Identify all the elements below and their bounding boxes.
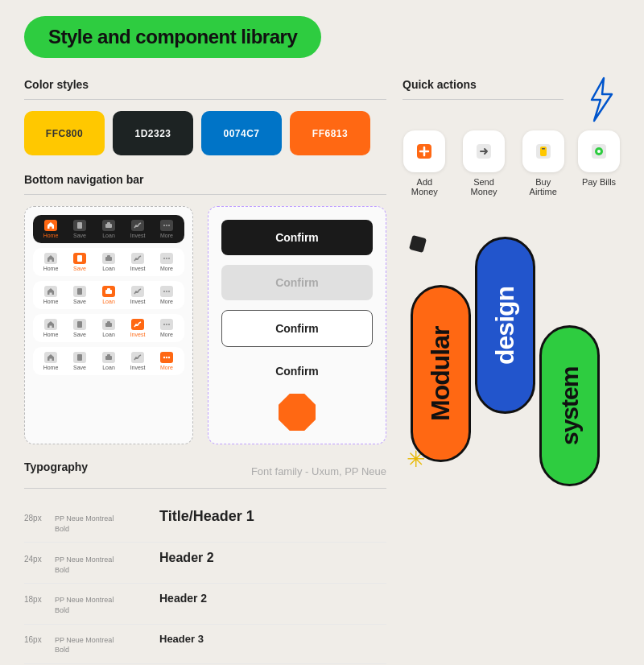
qa-send-money[interactable]: Send Money: [460, 130, 509, 196]
swatch-1d2323: 1D2323: [113, 111, 193, 155]
nav-home-2: Home: [36, 253, 65, 271]
type-row-2: 18px PP Neue Montreal Bold Header 2: [24, 584, 386, 624]
svg-rect-36: [542, 148, 545, 150]
more-icon-3: [160, 286, 173, 297]
font-family-label: Font family - Uxum, PP Neue: [251, 465, 386, 477]
invest-icon-5: [131, 352, 144, 363]
qa-pay-bills-label: Pay Bills: [582, 177, 616, 187]
nav-loan-4: Loan: [94, 319, 123, 337]
svg-rect-20: [107, 321, 110, 324]
type-sample-0: Title/Header 1: [159, 508, 386, 525]
word-pill-design: design: [475, 237, 535, 414]
nav-row-5: Home Save Loan: [33, 347, 184, 375]
svg-point-16: [166, 291, 167, 292]
deco-square: [409, 235, 427, 253]
typography-divider: [24, 488, 386, 489]
qa-send-money-label: Send Money: [460, 177, 509, 196]
quick-actions-section: Quick actions: [402, 78, 620, 196]
color-divider: [24, 99, 386, 100]
svg-point-21: [163, 324, 165, 325]
save-icon-1: [73, 220, 86, 231]
svg-point-23: [168, 324, 170, 325]
svg-rect-35: [540, 147, 547, 156]
nav-save-3: Save: [65, 286, 94, 304]
nav-more-1: More: [152, 220, 181, 238]
nav-loan-3: Loan: [94, 286, 123, 304]
send-money-icon-box: [463, 130, 505, 172]
nav-more-3: More: [152, 286, 181, 304]
quick-action-items: Add Money Send Money: [402, 130, 620, 196]
page-container: Style and component library Color styles…: [0, 0, 644, 665]
type-row-3: 16px PP Neue Montreal Bold Header 3: [24, 625, 386, 664]
nav-loan-1: Loan: [94, 220, 123, 238]
nav-loan-2: Loan: [94, 253, 123, 271]
more-icon-2: [160, 253, 173, 264]
invest-icon-1: [131, 220, 144, 231]
confirm-outline-button[interactable]: Confirm: [221, 310, 373, 347]
svg-rect-18: [77, 321, 82, 328]
nav-row-1: Home Save Loan: [33, 215, 184, 243]
type-meta-2: PP Neue Montreal Bold: [55, 595, 151, 615]
nav-row-3: Home Save Loan: [33, 281, 184, 309]
nav-save-1: Save: [65, 220, 94, 238]
type-meta-1: PP Neue Montreal Bold: [55, 555, 151, 575]
word-pill-modular: Modular: [411, 285, 471, 462]
bottom-nav-title: Bottom navigation bar: [24, 173, 386, 186]
qa-buy-airtime[interactable]: Buy Airtime: [521, 130, 565, 196]
nav-save-5: Save: [65, 352, 94, 370]
qa-pay-bills[interactable]: Pay Bills: [578, 130, 620, 196]
type-sample-2: Header 2: [159, 592, 386, 605]
invest-icon-3: [131, 286, 144, 297]
svg-rect-24: [77, 354, 82, 361]
buy-airtime-icon: [534, 142, 553, 161]
word-pill-system: system: [539, 325, 600, 486]
more-icon-1: [160, 220, 173, 231]
two-col-layout: Home Save Loan: [24, 206, 386, 444]
svg-point-3: [163, 225, 165, 226]
svg-rect-14: [107, 288, 110, 291]
svg-point-15: [163, 291, 165, 292]
add-money-icon-box: [403, 130, 445, 172]
nav-invest-4: Invest: [123, 319, 152, 337]
svg-point-28: [166, 357, 167, 358]
quick-actions-title: Quick actions: [402, 78, 564, 91]
type-sample-3: Header 3: [159, 633, 386, 645]
nav-row-2: Home Save Loan: [33, 248, 184, 276]
qa-add-money[interactable]: Add Money: [402, 130, 447, 196]
confirm-text-button[interactable]: Confirm: [221, 357, 373, 386]
svg-point-4: [166, 225, 167, 226]
confirm-black-button[interactable]: Confirm: [221, 220, 373, 255]
nav-home-1: Home: [36, 220, 65, 238]
swatch-ffc800: FFC800: [24, 111, 105, 155]
type-sample-1: Header 2: [159, 551, 386, 565]
svg-point-27: [163, 357, 165, 358]
type-size-2: 18px: [24, 595, 47, 604]
color-swatches: FFC800 1D2323 0074C7 FF6813: [24, 111, 386, 155]
right-panel: Quick actions: [402, 78, 620, 665]
left-panel: Color styles FFC800 1D2323 0074C7 FF6813: [24, 78, 386, 665]
typography-title: Typography: [24, 461, 88, 473]
svg-point-17: [168, 291, 170, 292]
nav-home-4: Home: [36, 319, 65, 337]
svg-point-5: [168, 225, 170, 226]
svg-point-9: [163, 258, 165, 259]
swatch-ff6813: FF6813: [290, 111, 370, 155]
buy-airtime-icon-box: [522, 130, 564, 172]
nav-home-3: Home: [36, 286, 65, 304]
swatch-0074c7: 0074C7: [201, 111, 282, 155]
loan-icon-2: [102, 253, 115, 264]
confirm-gray-button[interactable]: Confirm: [221, 265, 373, 300]
nav-invest-1: Invest: [123, 220, 152, 238]
nav-more-5: More: [152, 352, 181, 370]
octagon-shape: [279, 394, 316, 431]
home-icon-4: [44, 319, 57, 330]
title-badge: Style and component library: [24, 16, 321, 58]
svg-rect-8: [107, 255, 110, 258]
nav-invest-2: Invest: [123, 253, 152, 271]
pay-bills-icon: [589, 142, 609, 161]
svg-point-11: [168, 258, 170, 259]
type-row-1: 24px PP Neue Montreal Bold Header 2: [24, 543, 386, 584]
svg-rect-6: [77, 255, 82, 262]
nav-loan-5: Loan: [94, 352, 123, 370]
type-size-0: 28px: [24, 514, 47, 522]
